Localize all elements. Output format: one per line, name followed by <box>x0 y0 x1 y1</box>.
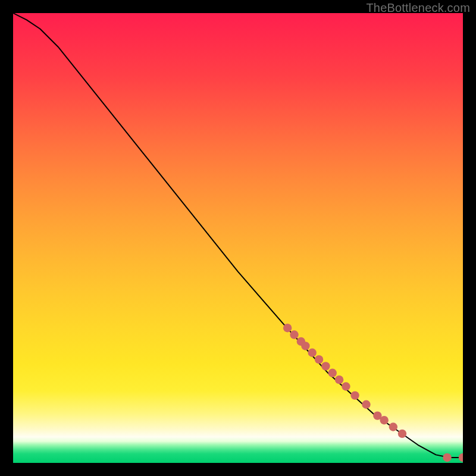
data-marker <box>283 324 292 332</box>
data-marker <box>328 369 337 377</box>
data-marker <box>308 349 317 357</box>
data-marker <box>321 362 330 370</box>
plot-area <box>13 13 463 463</box>
chart-stage: TheBottleneck.com <box>0 0 476 476</box>
data-marker <box>362 400 370 409</box>
data-marker <box>380 416 389 424</box>
data-marker <box>315 355 323 364</box>
data-marker <box>350 391 359 399</box>
data-marker <box>335 375 343 384</box>
curve-line <box>13 13 463 458</box>
watermark-text: TheBottleneck.com <box>366 1 470 15</box>
data-marker <box>389 422 397 431</box>
data-marker <box>398 430 406 438</box>
data-marker <box>290 330 298 339</box>
chart-svg <box>13 13 463 463</box>
curve-path <box>13 13 463 458</box>
data-marker <box>443 453 451 462</box>
marker-group <box>283 324 463 462</box>
data-marker <box>301 342 309 350</box>
data-marker <box>459 453 463 462</box>
data-marker <box>342 382 350 390</box>
